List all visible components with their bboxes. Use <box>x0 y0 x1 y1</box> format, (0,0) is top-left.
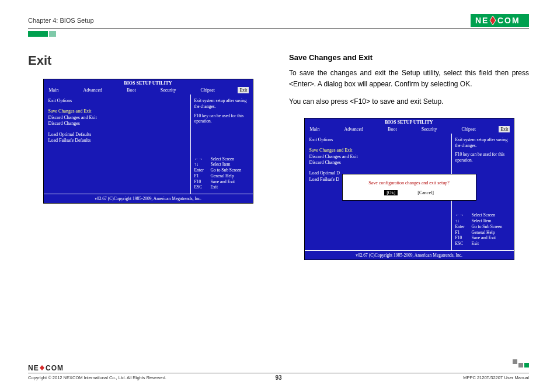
tab-main[interactable]: Main <box>47 87 61 93</box>
tab-chipset[interactable]: Chipset <box>460 126 478 132</box>
opt-discard-changes-exit[interactable]: Discard Changes and Exit <box>309 154 447 160</box>
dialog-message: Save configuration changes and exit setu… <box>347 180 471 186</box>
exit-options-label: Exit Options <box>48 98 186 104</box>
bios-tabs: Main Advanced Boot Security Chipset Exit <box>44 87 253 94</box>
right-column: Save Changes and Exit To save the change… <box>289 53 529 260</box>
tab-main[interactable]: Main <box>308 126 322 132</box>
tab-boot[interactable]: Boot <box>386 126 399 132</box>
tab-chipset[interactable]: Chipset <box>199 87 217 93</box>
svg-text:NE: NE <box>28 364 39 372</box>
bios-screenshot-right: BIOS SETUP UTILITY Main Advanced Boot Se… <box>304 118 514 260</box>
bios-title: BIOS SETUP UTILITY <box>305 118 514 126</box>
svg-text:COM: COM <box>46 364 64 372</box>
left-column: Exit BIOS SETUP UTILITY Main Advanced Bo… <box>28 53 268 260</box>
bios-title: BIOS SETUP UTILITY <box>44 79 253 87</box>
svg-text:NE: NE <box>475 16 489 25</box>
bios-left-panel: Exit Options Save Changes and Exit Disca… <box>44 94 191 194</box>
tab-exit[interactable]: Exit <box>238 87 249 93</box>
help-text-1: Exit system setup after saving the chang… <box>455 137 510 149</box>
chapter-title: Chapter 4: BIOS Setup <box>28 17 94 24</box>
section-heading-exit: Exit <box>28 53 268 68</box>
bios-right-panel: Exit system setup after saving the chang… <box>191 94 253 194</box>
paragraph-2: You can also press <F10> to save and exi… <box>289 96 529 107</box>
bios-footer: v02.67 (C)Copyright 1985-2009, American … <box>305 250 514 260</box>
nexcom-logo-footer: NE COM <box>28 364 68 373</box>
confirm-dialog: Save configuration changes and exit setu… <box>342 174 476 201</box>
page-number: 93 <box>275 374 281 381</box>
opt-discard-changes[interactable]: Discard Changes <box>48 121 186 127</box>
manual-title: MPPC 2120T/3220T User Manual <box>463 375 529 380</box>
tab-security[interactable]: Security <box>159 87 178 93</box>
opt-save-changes-exit[interactable]: Save Changes and Exit <box>309 148 447 153</box>
bios-screenshot-left: BIOS SETUP UTILITY Main Advanced Boot Se… <box>43 79 253 204</box>
svg-marker-5 <box>40 365 44 370</box>
opt-save-changes-exit[interactable]: Save Changes and Exit <box>48 108 186 114</box>
help-text-2: F10 key can be used for this operation. <box>194 113 249 125</box>
tab-boot[interactable]: Boot <box>125 87 138 93</box>
tab-exit[interactable]: Exit <box>499 126 510 132</box>
footer-blocks-icon <box>513 359 529 368</box>
exit-options-label: Exit Options <box>309 137 447 143</box>
opt-load-failsafe[interactable]: Load Failsafe Defaults <box>48 138 186 144</box>
page-footer: NE COM Copyright © 2012 NEXCOM Internati… <box>28 364 529 380</box>
copyright-text: Copyright © 2012 NEXCOM International Co… <box>28 375 166 380</box>
opt-load-optimal[interactable]: Load Optimal Defaults <box>48 132 186 138</box>
help-text-2: F10 key can be used for this operation. <box>455 152 510 163</box>
dialog-cancel-button[interactable]: [Cancel] <box>417 190 434 195</box>
bios-key-legend: ←→Select Screen ↑↓Select Item EnterGo to… <box>455 212 510 247</box>
tab-security[interactable]: Security <box>420 126 439 132</box>
bios-tabs: Main Advanced Boot Security Chipset Exit <box>305 126 514 134</box>
bios-footer: v02.67 (C)Copyright 1985-2009, American … <box>44 194 253 203</box>
tab-advanced[interactable]: Advanced <box>82 87 104 93</box>
bios-key-legend: ←→Select Screen ↑↓Select Item EnterGo to… <box>194 156 249 191</box>
opt-discard-changes[interactable]: Discard Changes <box>309 160 447 166</box>
paragraph-1: To save the changes and exit the Setup u… <box>289 68 529 89</box>
header-stripe <box>28 31 529 37</box>
subheading-save-exit: Save Changes and Exit <box>289 53 529 62</box>
tab-advanced[interactable]: Advanced <box>343 126 365 132</box>
dialog-ok-button[interactable]: [Ok] <box>384 190 398 195</box>
nexcom-logo-top: NE COM <box>471 14 529 27</box>
svg-text:COM: COM <box>497 16 520 25</box>
opt-discard-changes-exit[interactable]: Discard Changes and Exit <box>48 115 186 121</box>
page-header: Chapter 4: BIOS Setup NE COM <box>28 14 529 29</box>
help-text-1: Exit system setup after saving the chang… <box>194 98 249 110</box>
